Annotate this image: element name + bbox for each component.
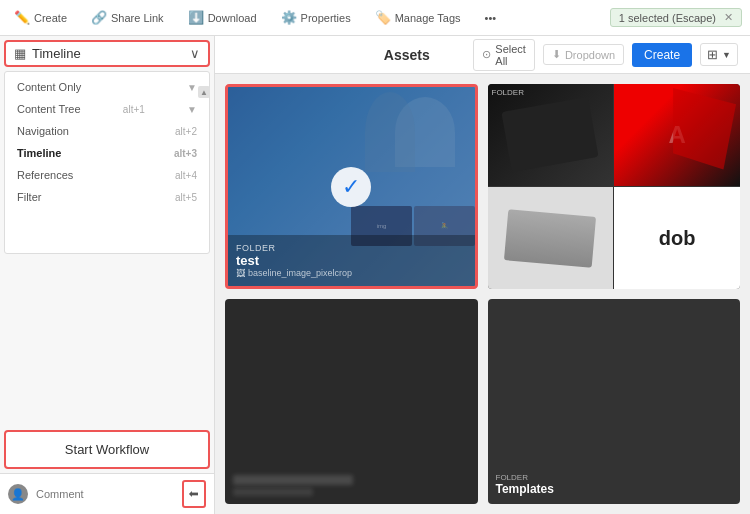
card-meta-text: baseline_image_pixelcrop <box>248 268 352 278</box>
card-info: FOLDER test 🖼 baseline_image_pixelcrop <box>228 235 475 286</box>
card-folder-label: FOLDER <box>236 243 467 253</box>
toolbar-properties[interactable]: ⚙️ Properties <box>275 6 357 29</box>
deselect-close[interactable]: ✕ <box>724 11 733 24</box>
toolbar-manage-tags[interactable]: 🏷️ Manage Tags <box>369 6 467 29</box>
timeline-view-icon: ▦ <box>14 46 26 61</box>
toolbar-create[interactable]: ✏️ Create <box>8 6 73 29</box>
properties-icon: ⚙️ <box>281 10 297 25</box>
create-label: Create <box>34 12 67 24</box>
comment-input[interactable] <box>36 488 174 500</box>
sidebar-item-filter[interactable]: Filter alt+5 <box>5 186 209 208</box>
avatar: 👤 <box>8 484 28 504</box>
manage-tags-label: Manage Tags <box>395 12 461 24</box>
shoe-tile-3 <box>488 187 614 289</box>
sidebar: ▦ Timeline ∨ ▲ Content Only ▼ Content Tr… <box>0 36 215 514</box>
references-shortcut: alt+4 <box>175 170 197 181</box>
sidebar-header[interactable]: ▦ Timeline ∨ <box>4 40 210 67</box>
view-chevron-icon: ▼ <box>722 50 731 60</box>
content-area: Assets ⊙ Select All ⬇ Dropdown Create ⊞ … <box>215 36 750 514</box>
bg-shape-2 <box>365 92 415 172</box>
start-workflow-label: Start Workflow <box>65 442 149 457</box>
sidebar-chevron-icon: ∨ <box>190 46 200 61</box>
sidebar-item-timeline[interactable]: Timeline alt+3 <box>5 142 209 164</box>
main-area: ▦ Timeline ∨ ▲ Content Only ▼ Content Tr… <box>0 36 750 514</box>
sidebar-item-content-only[interactable]: Content Only ▼ <box>5 76 209 98</box>
assets-grid: img 🚴 FOLDER test 🖼 baseline_image_pixel… <box>215 74 750 514</box>
selected-count: 1 selected (Escape) <box>619 12 716 24</box>
view-toggle-button[interactable]: ⊞ ▼ <box>700 43 738 66</box>
references-label: References <box>17 169 73 181</box>
select-all-label: Select All <box>495 43 526 67</box>
selected-badge: 1 selected (Escape) ✕ <box>610 8 742 27</box>
comment-area: 👤 ⬆ <box>0 473 214 514</box>
asset-card-templates[interactable]: FOLDER Templates <box>488 299 741 504</box>
create-button[interactable]: Create <box>632 43 692 67</box>
toolbar-download[interactable]: ⬇️ Download <box>182 6 263 29</box>
more-icon: ••• <box>485 12 497 24</box>
checkmark-icon: ✓ <box>342 174 360 200</box>
sidebar-header-label: Timeline <box>32 46 81 61</box>
shoe-tile-1 <box>488 84 614 186</box>
shoe-tile-dob: dob <box>614 187 740 289</box>
download-icon: ⬇️ <box>188 10 204 25</box>
filter-shortcut: alt+5 <box>175 192 197 203</box>
checkmark-overlay: ✓ <box>331 167 371 207</box>
asset-card-shoes[interactable]: A dob FOLDER <box>488 84 741 289</box>
assets-title: Assets <box>350 47 463 63</box>
sidebar-menu: Content Only ▼ Content Tree alt+1 ▼ Navi… <box>4 71 210 254</box>
content-tree-label: Content Tree <box>17 103 81 115</box>
card-meta-icon: 🖼 <box>236 268 245 278</box>
shoes-grid: A dob <box>488 84 741 289</box>
dropdown-button[interactable]: ⬇ Dropdown <box>543 44 624 65</box>
filter-label: Filter <box>17 191 41 203</box>
blurred-text-1 <box>233 475 353 485</box>
share-link-icon: 🔗 <box>91 10 107 25</box>
content-tree-shortcut: alt+1 <box>123 104 145 115</box>
toolbar-more[interactable]: ••• <box>479 8 503 28</box>
templates-folder-label: FOLDER <box>496 473 554 482</box>
dark-card-content <box>233 475 353 496</box>
card-meta: 🖼 baseline_image_pixelcrop <box>236 268 467 278</box>
sidebar-item-references[interactable]: References alt+4 <box>5 164 209 186</box>
send-icon: ⬆ <box>187 489 201 499</box>
card-name: test <box>236 253 467 268</box>
sidebar-item-navigation[interactable]: Navigation alt+2 <box>5 120 209 142</box>
download-label: Download <box>208 12 257 24</box>
scroll-up-button[interactable]: ▲ <box>198 86 210 98</box>
shoe-tile-2: A <box>614 84 740 186</box>
toolbar-share-link[interactable]: 🔗 Share Link <box>85 6 170 29</box>
create-label: Create <box>644 48 680 62</box>
content-only-arrow: ▼ <box>187 82 197 93</box>
timeline-shortcut: alt+3 <box>174 148 197 159</box>
content-only-label: Content Only <box>17 81 81 93</box>
sidebar-item-content-tree[interactable]: Content Tree alt+1 ▼ <box>5 98 209 120</box>
grid-view-icon: ⊞ <box>707 47 718 62</box>
comment-send-button[interactable]: ⬆ <box>182 480 206 508</box>
shoes-folder-label: FOLDER <box>492 88 524 97</box>
scroll-handle: ▲ <box>198 86 210 98</box>
assets-header: Assets ⊙ Select All ⬇ Dropdown Create ⊞ … <box>215 36 750 74</box>
templates-info: FOLDER Templates <box>496 473 554 496</box>
avatar-icon: 👤 <box>11 488 25 501</box>
select-all-icon: ⊙ <box>482 48 491 61</box>
timeline-label: Timeline <box>17 147 61 159</box>
select-all-button[interactable]: ⊙ Select All <box>473 39 535 71</box>
properties-label: Properties <box>301 12 351 24</box>
start-workflow-button[interactable]: Start Workflow <box>4 430 210 469</box>
navigation-shortcut: alt+2 <box>175 126 197 137</box>
asset-card-folder-test[interactable]: img 🚴 FOLDER test 🖼 baseline_image_pixel… <box>225 84 478 289</box>
navigation-label: Navigation <box>17 125 69 137</box>
dropdown-icon: ⬇ <box>552 48 561 61</box>
top-toolbar: ✏️ Create 🔗 Share Link ⬇️ Download ⚙️ Pr… <box>0 0 750 36</box>
templates-name: Templates <box>496 482 554 496</box>
dropdown-label: Dropdown <box>565 49 615 61</box>
manage-tags-icon: 🏷️ <box>375 10 391 25</box>
share-link-label: Share Link <box>111 12 164 24</box>
content-tree-arrow: ▼ <box>187 104 197 115</box>
blurred-text-2 <box>233 488 313 496</box>
create-icon: ✏️ <box>14 10 30 25</box>
asset-card-dark[interactable] <box>225 299 478 504</box>
